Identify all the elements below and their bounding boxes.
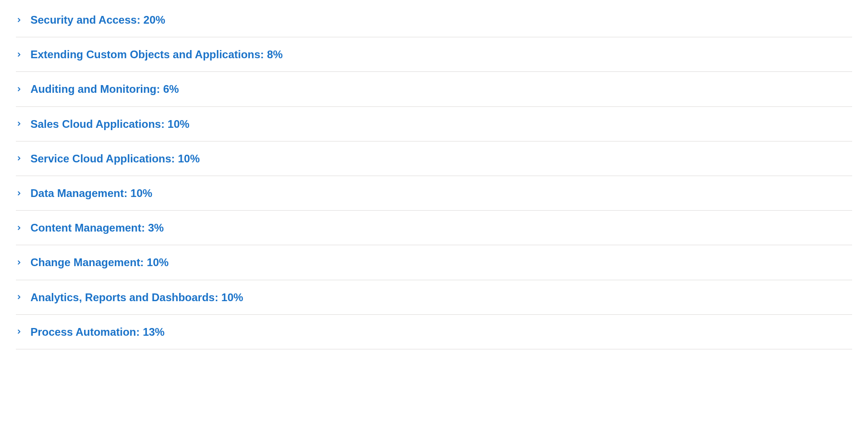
accordion-item-label: Service Cloud Applications: 10%	[30, 151, 200, 166]
chevron-right-icon	[16, 121, 22, 127]
accordion-item-content-management[interactable]: Content Management: 3%	[16, 211, 852, 245]
accordion-item-label: Process Automation: 13%	[30, 325, 165, 339]
chevron-right-icon	[16, 294, 22, 300]
accordion-item-process-automation[interactable]: Process Automation: 13%	[16, 315, 852, 349]
chevron-right-icon	[16, 328, 22, 335]
chevron-right-icon	[16, 86, 22, 92]
chevron-right-icon	[16, 259, 22, 266]
accordion-item-label: Auditing and Monitoring: 6%	[30, 82, 179, 96]
chevron-right-icon	[16, 155, 22, 161]
accordion-item-analytics-reports-dashboards[interactable]: Analytics, Reports and Dashboards: 10%	[16, 280, 852, 315]
chevron-right-icon	[16, 51, 22, 58]
accordion-item-label: Security and Access: 20%	[30, 13, 165, 27]
accordion-item-label: Sales Cloud Applications: 10%	[30, 117, 190, 131]
accordion-item-data-management[interactable]: Data Management: 10%	[16, 176, 852, 211]
accordion-item-label: Data Management: 10%	[30, 186, 152, 200]
accordion-item-security-and-access[interactable]: Security and Access: 20%	[16, 9, 852, 37]
accordion-item-auditing-and-monitoring[interactable]: Auditing and Monitoring: 6%	[16, 72, 852, 106]
accordion-item-label: Change Management: 10%	[30, 255, 169, 269]
accordion-item-extending-custom-objects[interactable]: Extending Custom Objects and Application…	[16, 37, 852, 72]
accordion-item-sales-cloud-applications[interactable]: Sales Cloud Applications: 10%	[16, 107, 852, 141]
accordion-item-label: Content Management: 3%	[30, 221, 164, 235]
accordion-item-label: Extending Custom Objects and Application…	[30, 47, 283, 61]
accordion-item-service-cloud-applications[interactable]: Service Cloud Applications: 10%	[16, 141, 852, 176]
chevron-right-icon	[16, 190, 22, 197]
accordion-item-change-management[interactable]: Change Management: 10%	[16, 245, 852, 280]
chevron-right-icon	[16, 225, 22, 231]
accordion-list: Security and Access: 20% Extending Custo…	[16, 9, 852, 349]
accordion-item-label: Analytics, Reports and Dashboards: 10%	[30, 290, 243, 304]
chevron-right-icon	[16, 17, 22, 23]
